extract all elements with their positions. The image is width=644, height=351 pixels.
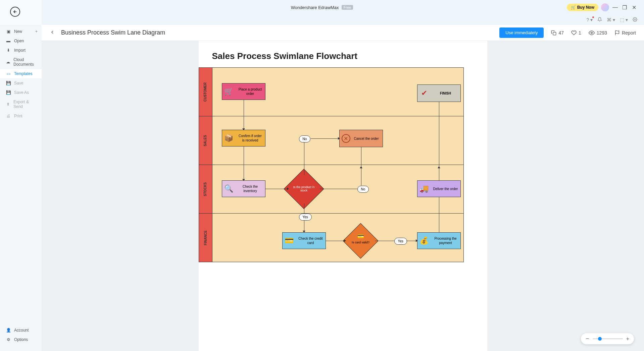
node-check-inventory[interactable]: 🔍 Check the inventory (222, 180, 265, 197)
node-confirm[interactable]: 📦 Confirm if order is received (222, 130, 265, 147)
check-icon: ✔ (417, 86, 431, 100)
free-badge: Free (342, 5, 353, 10)
keyboard-icon[interactable]: ⌘ ▾ (607, 17, 615, 22)
lane-header-stocks: STOCKS (199, 165, 212, 213)
zoom-out-button[interactable]: − (586, 335, 589, 342)
cart-icon: 🛒 (222, 85, 236, 98)
diagram-title: Sales Process Swimlane Flowchart (212, 51, 487, 61)
export-icon: ⬆ (6, 102, 10, 107)
user-avatar[interactable] (601, 3, 609, 11)
sidebar-item-cloud[interactable]: ☁ Cloud Documents (0, 55, 42, 69)
help-icon[interactable]: ? ▾ (587, 17, 593, 22)
bell-icon[interactable] (597, 17, 602, 23)
zoom-thumb[interactable] (598, 337, 602, 341)
diagram-page: Sales Process Swimlane Flowchart CUSTOME… (199, 41, 487, 351)
save-icon: 💾 (6, 81, 11, 85)
sidebar-item-new[interactable]: ▣ New + (0, 27, 42, 36)
x-circle-icon: ✕ (342, 134, 350, 143)
top-toolbar: ? ▾ ⌘ ▾ ⬚ ▾ (0, 15, 644, 25)
back-circle-button[interactable] (10, 7, 20, 17)
node-processing[interactable]: 💰 Processing the payment (417, 232, 461, 249)
gear-icon: ⚙ (6, 337, 11, 342)
plus-square-icon: ▣ (6, 29, 11, 34)
buy-now-button[interactable]: 🛒 Buy Now (567, 4, 598, 11)
lane-sales: SALES 📦 Confirm if order is received No … (199, 116, 463, 165)
svg-point-2 (591, 32, 593, 34)
box-icon: 📦 (222, 131, 236, 145)
views-stat: 1293 (589, 30, 607, 36)
sidebar-item-templates[interactable]: ▭ Templates (0, 69, 42, 78)
zoom-control[interactable]: − + (581, 333, 634, 344)
lane-header-sales: SALES (199, 116, 212, 165)
svg-rect-1 (553, 32, 556, 35)
user-icon: 👤 (6, 328, 11, 333)
likes-stat[interactable]: 1 (571, 30, 581, 36)
sidebar-item-options[interactable]: ⚙ Options (0, 335, 42, 344)
cart-icon: 🛒 (571, 5, 576, 10)
sidebar-item-import[interactable]: ⬇ Import (0, 46, 42, 55)
lane-header-finance: FINANCE (199, 214, 212, 262)
close-button[interactable]: ✕ (631, 4, 637, 11)
search-icon: 🔍 (222, 182, 236, 195)
title-bar: Wondershare EdrawMax Free 🛒 Buy Now — ❐ … (0, 0, 644, 15)
pill-yes1: Yes (299, 214, 312, 221)
node-place-order[interactable]: 🛒 Place a product order (222, 83, 265, 100)
settings-icon[interactable] (633, 17, 637, 23)
lane-stocks: STOCKS 🔍 Check the inventory Is the prod… (199, 165, 463, 214)
node-finish[interactable]: ✔ FINISH (417, 84, 461, 102)
sidebar-item-save: 💾 Save (0, 78, 42, 88)
page-title: Business Process Swim Lane Diagram (61, 29, 165, 36)
page-header: Business Process Swim Lane Diagram Use i… (42, 25, 644, 41)
node-deliver[interactable]: 🚚 Deliver the order (417, 180, 461, 197)
tag-icon[interactable]: ⬚ ▾ (620, 17, 628, 22)
zoom-slider[interactable] (593, 338, 623, 339)
diamond-card-valid[interactable]: 💳 Is card valid? (341, 229, 381, 252)
templates-icon: ▭ (6, 71, 11, 76)
save-as-icon: 💾 (6, 90, 11, 95)
import-icon: ⬇ (6, 48, 11, 53)
plus-icon[interactable]: + (35, 29, 38, 34)
maximize-button[interactable]: ❐ (621, 4, 628, 11)
back-arrow[interactable] (50, 29, 55, 37)
card-icon: 💳 (283, 234, 296, 247)
lane-customer: CUSTOMER 🛒 Place a product order ✔ FINIS… (199, 68, 463, 116)
diamond-in-stock[interactable]: Is the product in stock (284, 177, 324, 200)
app-title: Wondershare EdrawMax (291, 5, 339, 10)
main-area: Business Process Swim Lane Diagram Use i… (42, 25, 644, 351)
folder-icon: ▬ (6, 39, 11, 43)
sidebar-item-print: 🖨 Print (0, 111, 42, 121)
svg-point-0 (634, 19, 636, 20)
money-icon: 💰 (417, 234, 431, 247)
sidebar-item-saveas: 💾 Save As (0, 88, 42, 97)
pill-yes2: Yes (394, 238, 407, 245)
swimlane-container: CUSTOMER 🛒 Place a product order ✔ FINIS… (199, 67, 464, 262)
pill-no1: No (299, 135, 311, 142)
sidebar-item-open[interactable]: ▬ Open (0, 36, 42, 46)
copies-stat[interactable]: 47 (551, 30, 564, 36)
minimize-button[interactable]: — (612, 4, 618, 11)
canvas-area[interactable]: Sales Process Swimlane Flowchart CUSTOME… (42, 41, 644, 351)
pill-no2: No (357, 186, 369, 193)
truck-icon: 🚚 (417, 182, 431, 195)
zoom-in-button[interactable]: + (626, 336, 629, 342)
node-cancel[interactable]: ✕ Cancel the order (339, 130, 383, 147)
sidebar: ▣ New + ▬ Open ⬇ Import ☁ Cloud Document… (0, 0, 42, 351)
node-check-card[interactable]: 💳 Check the credit card (282, 232, 326, 249)
print-icon: 🖨 (6, 114, 11, 118)
use-immediately-button[interactable]: Use immediately (499, 27, 544, 38)
lane-header-customer: CUSTOMER (199, 68, 212, 116)
sidebar-item-account[interactable]: 👤 Account (0, 326, 42, 335)
report-button[interactable]: Report (614, 30, 636, 36)
lane-finance: FINANCE Yes 💳 Check the credit card � (199, 214, 463, 262)
sidebar-item-export: ⬆ Export & Send (0, 97, 42, 111)
cloud-icon: ☁ (6, 60, 10, 64)
